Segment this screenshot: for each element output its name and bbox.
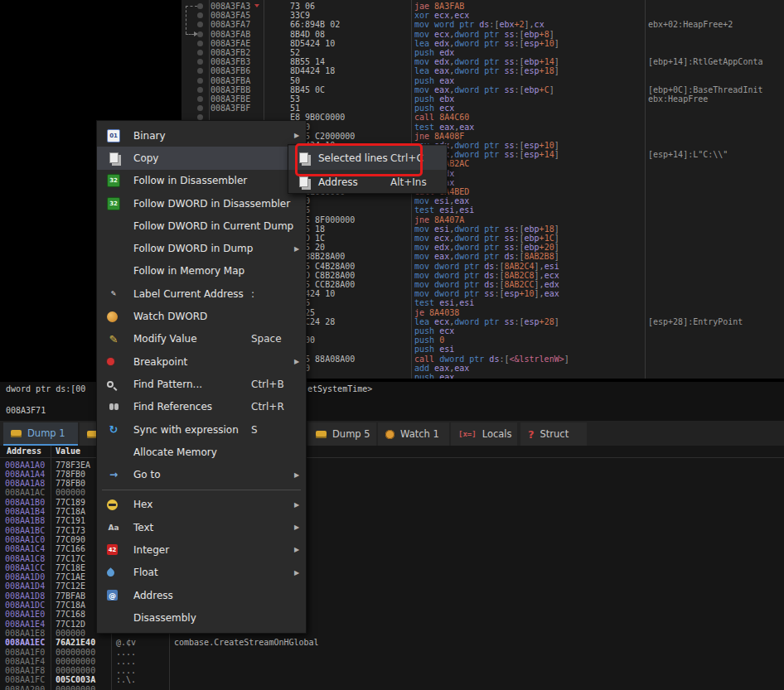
menu-item-follow-dword-in-current-dump[interactable]: Follow DWORD in Current Dump [97, 215, 306, 237]
dump-value: 77C17C [56, 554, 85, 563]
dump-address: 008AA1D4 [5, 581, 45, 591]
menu-item-sync-with-expression[interactable]: ↻Sync with expressionS [97, 418, 306, 441]
disasm-row[interactable]: 008A3FBF51push ecx [181, 104, 784, 113]
instruction-text: mov ecx,dword ptr ss:[ebp+1C] [414, 234, 559, 243]
menu-item-modify-value[interactable]: ✎Modify ValueSpace [97, 328, 306, 350]
instruction-text: xor ecx,ecx [414, 11, 469, 20]
tab-locals[interactable]: [x=]Locals [451, 422, 517, 446]
memory-map-icon [107, 264, 120, 277]
submenu-item-shortcut: Alt+Ins [390, 176, 427, 188]
instruction-text: mov eax,dword ptr ds:[8AB2B8] [414, 252, 559, 261]
binary-icon: 01 [107, 129, 120, 142]
instruction-address: 008A3FAB [211, 30, 250, 39]
menu-item-watch-dword[interactable]: Watch DWORD [97, 305, 306, 327]
dump-value: 77C090 [56, 535, 85, 544]
menu-item-text[interactable]: AaText▶ [97, 516, 306, 538]
menu-item-find-pattern[interactable]: Find Pattern...Ctrl+B [97, 373, 306, 395]
disasm-row[interactable]: 008A3FBE53push ebxebx:HeapFree [181, 94, 784, 104]
menu-item-shortcut: : [251, 288, 254, 300]
menu-item-label-current-address[interactable]: ✎Label Current Address: [97, 282, 306, 305]
disasm-row[interactable]: 008A3FB68D4424 18lea eax,dword ptr ss:[e… [181, 66, 784, 75]
instruction-text: push ecx [414, 104, 454, 113]
instruction-text: mov dword ptr ds:[8AB2C4],esi [414, 262, 559, 271]
menu-item-find-references[interactable]: Find ReferencesCtrl+R [97, 396, 306, 418]
breakpoint-dot-icon[interactable] [197, 96, 203, 102]
breakpoint-dot-icon[interactable] [197, 68, 203, 74]
dump-value: 00000000 [56, 685, 95, 690]
menu-item-disassembly[interactable]: Disassembly [97, 606, 306, 629]
instruction-text: lea eax,dword ptr ss:[esp+18] [414, 66, 559, 75]
menu-item-shortcut: Ctrl+B [251, 379, 284, 390]
address-icon: @ [107, 590, 118, 601]
tab-struct[interactable]: ?Struct [520, 422, 587, 446]
dump-value: 77C189 [56, 498, 85, 507]
submenu-item-address[interactable]: AddressAlt+Ins [288, 170, 447, 194]
menu-item-label: Label Current Address [133, 288, 244, 300]
menu-item-go-to[interactable]: →Go to▶ [97, 463, 306, 485]
menu-item-follow-dword-in-dump[interactable]: Follow DWORD in Dump▶ [97, 237, 306, 259]
menu-item-label: Follow DWORD in Current Dump [133, 220, 293, 232]
disasm-row[interactable]: 008A3FBB8B45 0Cmov eax,dword ptr ss:[ebp… [181, 85, 784, 94]
float-icon [105, 567, 116, 578]
breakpoint-dot-icon[interactable] [197, 105, 203, 111]
dump-address: 008AA1B8 [5, 516, 45, 525]
menu-item-hex[interactable]: Hex▶ [97, 494, 306, 516]
menu-item-allocate-memory[interactable]: Allocate Memory [97, 441, 306, 463]
menu-item-copy[interactable]: Copy▶ [97, 147, 306, 169]
dump-value: 00000000 [56, 657, 95, 666]
instruction-bytes: 8B4D 08 [290, 30, 325, 39]
tab-dump-5[interactable]: Dump 5 [308, 422, 376, 446]
menu-item-float[interactable]: Float▶ [97, 562, 306, 584]
instruction-text: push eax [414, 373, 454, 379]
tab-watch-1[interactable]: Watch 1 [378, 422, 449, 446]
instruction-bytes: 50 [290, 76, 300, 85]
dump-value: 000000 [56, 629, 85, 638]
submenu-item-selected-lines[interactable]: Selected linesCtrl+C [288, 146, 447, 170]
submenu-arrow-icon: ▶ [294, 132, 299, 139]
instruction-address: 008A3FB3 [211, 57, 250, 66]
breakpoint-dot-icon[interactable] [197, 78, 203, 84]
menu-item-follow-dword-in-disassembler[interactable]: 32Follow DWORD in Disassembler [97, 192, 306, 215]
disasm-row[interactable]: 008A3FB252push edx [181, 48, 784, 57]
breakpoint-dot-icon[interactable] [197, 59, 203, 65]
breakpoint-dot-icon[interactable] [197, 41, 203, 46]
info-line-right: etSystemTime> [307, 384, 372, 393]
tab-label: Struct [540, 428, 569, 440]
binoculars-icon [107, 400, 120, 413]
tab-dump-1[interactable]: Dump 1 [3, 422, 78, 446]
menu-separator [102, 490, 301, 490]
menu-item-label: Go to [133, 469, 161, 480]
dump-ascii: .... [116, 648, 136, 657]
dump-ascii: @.¢v [116, 638, 136, 647]
menu-item-breakpoint[interactable]: Breakpoint▶ [97, 350, 306, 373]
menu-item-address[interactable]: @Address [97, 584, 306, 606]
cpu-32-icon: 32 [107, 174, 120, 187]
dump-address: 008AA1E8 [5, 629, 45, 638]
dump-address: 008AA1D0 [5, 572, 45, 581]
breakpoint-dot-icon[interactable] [197, 22, 203, 27]
menu-item-follow-in-memory-map[interactable]: Follow in Memory Map [97, 260, 306, 282]
disasm-row[interactable]: 008A3FAB8B4D 08mov ecx,dword ptr ss:[ebp… [181, 30, 784, 39]
disasm-row[interactable]: 008A3FA766:894B 02mov word ptr ds:[ebx+2… [181, 20, 784, 29]
dump-value: 005C003A [56, 675, 95, 684]
breakpoint-dot-icon[interactable] [197, 12, 203, 18]
menu-item-label: Allocate Memory [133, 446, 217, 458]
breakpoint-dot-icon[interactable] [197, 3, 203, 9]
disasm-row[interactable]: 008A3FA373 06jae 8A3FAB [181, 2, 784, 11]
dump-address: 008AA1A8 [5, 479, 45, 488]
menu-item-label: Find References [133, 401, 212, 413]
disasm-row[interactable]: 008A3FBA50push eax [181, 76, 784, 85]
disasm-row[interactable]: 008A3FAE8D5424 10lea edx,dword ptr ss:[e… [181, 39, 784, 48]
breakpoint-dot-icon[interactable] [197, 87, 203, 93]
menu-item-binary[interactable]: 01Binary▶ [97, 124, 306, 147]
breakpoint-dot-icon[interactable] [197, 31, 203, 37]
struct-tab-icon: ? [528, 428, 535, 441]
menu-item-integer[interactable]: 42Integer▶ [97, 538, 306, 561]
breakpoint-dot-icon[interactable] [197, 50, 203, 55]
instruction-bytes: 8B55 14 [290, 57, 325, 66]
menu-item-label: Hex [133, 499, 152, 510]
menu-item-label: Follow DWORD in Disassembler [133, 198, 290, 210]
disasm-row[interactable]: 008A3FB38B55 14mov edx,dword ptr ss:[ebp… [181, 57, 784, 66]
menu-item-follow-in-disassembler[interactable]: 32Follow in Disassembler [97, 170, 306, 192]
disasm-row[interactable]: 008A3FA533C9xor ecx,ecx [181, 11, 784, 20]
